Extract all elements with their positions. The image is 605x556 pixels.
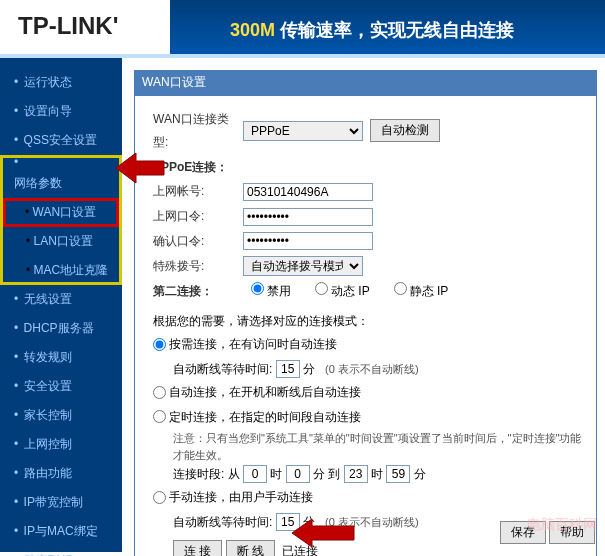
sidebar-item-mac[interactable]: MAC地址克隆 xyxy=(34,263,109,277)
second-disable-radio[interactable] xyxy=(251,282,264,295)
mode-demand-label: 按需连接，在有访问时自动连接 xyxy=(169,333,337,356)
sidebar-item-wizard[interactable]: 设置向导 xyxy=(0,97,122,126)
sidebar-item-wireless[interactable]: 无线设置 xyxy=(0,285,122,314)
confirm-input[interactable] xyxy=(243,232,373,250)
user-label: 上网帐号: xyxy=(153,180,243,203)
main-panel: WAN口设置 WAN口连接类型: PPPoE 自动检测 PPPoE连接： 上网帐… xyxy=(122,58,605,552)
sidebar-item-routing[interactable]: 路由功能 xyxy=(0,459,122,488)
sidebar-item-ipmac[interactable]: IP与MAC绑定 xyxy=(0,517,122,546)
mode-auto-radio[interactable] xyxy=(153,386,166,399)
connect-button[interactable]: 连 接 xyxy=(173,540,222,556)
wan-type-select[interactable]: PPPoE xyxy=(243,121,363,141)
wan-type-label: WAN口连接类型: xyxy=(153,108,243,154)
logo-area: TP-LINK' xyxy=(0,0,170,54)
special-select[interactable]: 自动选择拨号模式 xyxy=(243,256,363,276)
sidebar-item-security[interactable]: 安全设置 xyxy=(0,372,122,401)
special-label: 特殊拨号: xyxy=(153,255,243,278)
mode-timed-radio[interactable] xyxy=(153,410,166,423)
confirm-label: 确认口令: xyxy=(153,230,243,253)
sidebar-item-status[interactable]: 运行状态 xyxy=(0,68,122,97)
sidebar-item-lan[interactable]: LAN口设置 xyxy=(34,234,93,248)
mode-timed-label: 定时连接，在指定的时间段自动连接 xyxy=(169,406,361,429)
save-button[interactable]: 保存 xyxy=(500,521,546,544)
arrow-annotation-1 xyxy=(116,148,166,188)
sidebar-group-network: 网络参数 • WAN口设置 • LAN口设置 • MAC地址克隆 xyxy=(0,155,122,285)
sidebar-item-access[interactable]: 上网控制 xyxy=(0,430,122,459)
sidebar-item-qss[interactable]: QSS安全设置 xyxy=(0,126,122,155)
auto-detect-button[interactable]: 自动检测 xyxy=(370,119,440,142)
logo-text: TP-LINK' xyxy=(18,12,118,39)
idle-input[interactable] xyxy=(276,360,300,378)
sidebar-item-wan[interactable]: WAN口设置 xyxy=(33,205,97,219)
pass-input[interactable] xyxy=(243,208,373,226)
idle-note: (0 表示不自动断线) xyxy=(325,363,419,375)
sidebar-item-parental[interactable]: 家长控制 xyxy=(0,401,122,430)
mode-auto-label: 自动连接，在开机和断线后自动连接 xyxy=(169,381,361,404)
mode-demand-radio[interactable] xyxy=(153,338,166,351)
second-label: 第二连接： xyxy=(153,280,243,303)
header: TP-LINK' 300M 传输速率，实现无线自由连接 xyxy=(0,0,605,58)
time-from-m[interactable] xyxy=(286,465,310,483)
sidebar-item-dhcp[interactable]: DHCP服务器 xyxy=(0,314,122,343)
time-to-h[interactable] xyxy=(344,465,368,483)
sidebar-item-ddns[interactable]: 动态DNS xyxy=(0,546,122,556)
arrow-annotation-2 xyxy=(292,516,356,550)
pass-label: 上网口令: xyxy=(153,205,243,228)
mode-manual-radio[interactable] xyxy=(153,491,166,504)
banner-speed: 300M xyxy=(230,20,275,40)
svg-marker-0 xyxy=(116,153,164,183)
need-label: 根据您的需要，请选择对应的连接模式： xyxy=(153,310,586,333)
sidebar-item-bandwidth[interactable]: IP带宽控制 xyxy=(0,488,122,517)
second-static-radio[interactable] xyxy=(394,282,407,295)
panel-title: WAN口设置 xyxy=(134,70,597,95)
user-input[interactable] xyxy=(243,183,373,201)
pppoe-label: PPPoE连接： xyxy=(153,156,243,179)
time-from-h[interactable] xyxy=(243,465,267,483)
mode-timed-note: 注意：只有当您到"系统工具"菜单的"时间设置"项设置了当前时间后，"定时连接"功… xyxy=(173,430,586,463)
sidebar-item-network[interactable]: 网络参数 xyxy=(14,176,62,190)
svg-marker-1 xyxy=(292,519,354,547)
time-to-m[interactable] xyxy=(386,465,410,483)
disconnect-button[interactable]: 断 线 xyxy=(226,540,275,556)
second-dynamic-radio[interactable] xyxy=(315,282,328,295)
idle-label: 自动断线等待时间: xyxy=(173,362,272,376)
sidebar: 运行状态 设置向导 QSS安全设置 网络参数 • WAN口设置 • LAN口设置… xyxy=(0,58,122,552)
mode-manual-label: 手动连接，由用户手动连接 xyxy=(169,486,313,509)
banner-text: 传输速率，实现无线自由连接 xyxy=(275,20,514,40)
sidebar-item-forward[interactable]: 转发规则 xyxy=(0,343,122,372)
banner: 300M 传输速率，实现无线自由连接 xyxy=(170,0,605,54)
help-button[interactable]: 帮助 xyxy=(549,521,595,544)
